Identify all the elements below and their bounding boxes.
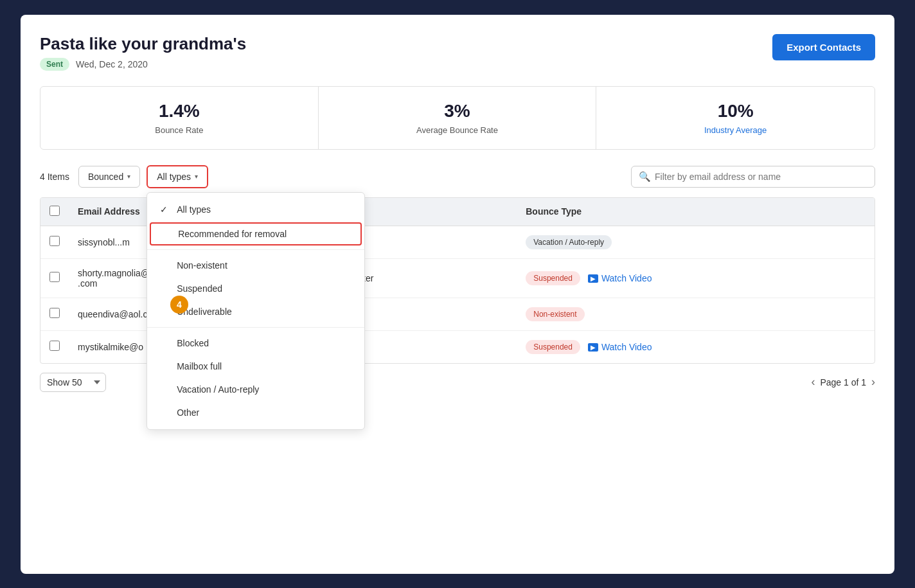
dropdown-item-mailbox-full[interactable]: Mailbox full — [147, 355, 364, 378]
dropdown-item-label: Suspended — [177, 283, 222, 294]
bounce-type-cell: Vacation / Auto-reply — [517, 226, 875, 258]
sent-date: Wed, Dec 2, 2020 — [76, 59, 148, 69]
dropdown-item-other[interactable]: Other — [147, 401, 364, 424]
tour-step-badge: 4 — [170, 296, 188, 314]
play-icon: ▶ — [588, 343, 598, 352]
pagination: ‹ Page 1 of 1 › — [811, 375, 875, 389]
industry-avg-label: Industry Average — [607, 125, 864, 135]
watch-video-label: Watch Video — [601, 342, 652, 352]
row-checkbox-cell — [40, 226, 69, 258]
watch-video-link[interactable]: ▶ Watch Video — [588, 342, 652, 352]
prev-page-button[interactable]: ‹ — [811, 375, 815, 389]
sent-badge: Sent — [40, 58, 69, 71]
dropdown-item-label: Mailbox full — [177, 361, 222, 371]
row-checkbox[interactable] — [49, 308, 60, 318]
select-all-checkbox[interactable] — [49, 206, 60, 216]
bounce-rate-value: 1.4% — [51, 101, 308, 121]
dropdown-item-label: All types — [177, 204, 211, 215]
bounce-type-badge: Suspended — [526, 271, 580, 285]
page-info: Page 1 of 1 — [820, 377, 866, 388]
items-count: 4 Items — [40, 172, 69, 182]
dropdown-divider-2 — [147, 327, 364, 328]
search-icon: 🔍 — [639, 171, 651, 183]
export-contacts-button[interactable]: Export Contacts — [772, 34, 875, 60]
bounce-type-cell: Suspended ▶ Watch Video — [517, 258, 875, 298]
bounce-type-badge: Vacation / Auto-reply — [526, 235, 612, 249]
bounce-type-badge: Non-existent — [526, 307, 584, 321]
row-checkbox[interactable] — [49, 272, 60, 282]
industry-avg-value: 10% — [607, 101, 864, 121]
dropdown-item-label: Other — [177, 407, 199, 418]
avg-bounce-rate-value: 3% — [329, 101, 586, 121]
app-container: Pasta like your grandma's Sent Wed, Dec … — [21, 15, 894, 574]
all-types-label: All types — [157, 172, 191, 182]
select-all-header — [40, 198, 69, 226]
dropdown-item-nonexistent[interactable]: Non-existent — [147, 254, 364, 277]
all-types-dropdown: All types ▾ ✓ All types Recommended for … — [147, 165, 208, 188]
row-checkbox[interactable] — [49, 236, 60, 246]
page-title: Pasta like your grandma's — [40, 34, 246, 54]
show-select-wrapper: Show 50 Show 100 — [40, 373, 106, 392]
all-types-filter-button[interactable]: All types ▾ — [147, 165, 208, 188]
bounce-type-cell: Suspended ▶ Watch Video — [517, 330, 875, 363]
play-icon: ▶ — [588, 274, 598, 283]
bounced-filter-button[interactable]: Bounced ▾ — [78, 166, 140, 188]
filter-bar: 4 Items Bounced ▾ All types ▾ ✓ All type… — [40, 165, 875, 188]
dropdown-divider — [147, 249, 364, 250]
avg-bounce-rate-label: Average Bounce Rate — [329, 125, 586, 135]
stats-row: 1.4% Bounce Rate 3% Average Bounce Rate … — [40, 86, 875, 150]
search-wrapper: 🔍 — [631, 166, 875, 188]
search-input[interactable] — [631, 166, 875, 188]
checkmark-icon: ✓ — [160, 204, 170, 215]
stat-avg-bounce-rate: 3% Average Bounce Rate — [319, 87, 597, 149]
bounce-rate-label: Bounce Rate — [51, 125, 308, 135]
next-page-button[interactable]: › — [871, 375, 875, 389]
dropdown-item-blocked[interactable]: Blocked — [147, 332, 364, 355]
watch-video-label: Watch Video — [601, 273, 652, 283]
stat-bounce-rate: 1.4% Bounce Rate — [40, 87, 319, 149]
row-checkbox-cell — [40, 258, 69, 298]
header: Pasta like your grandma's Sent Wed, Dec … — [40, 34, 875, 71]
bounced-label: Bounced — [88, 172, 123, 182]
dropdown-item-vacation[interactable]: Vacation / Auto-reply — [147, 378, 364, 401]
dropdown-item-recommended[interactable]: Recommended for removal — [150, 222, 362, 245]
dropdown-item-label: Vacation / Auto-reply — [177, 384, 259, 395]
header-left: Pasta like your grandma's Sent Wed, Dec … — [40, 34, 246, 71]
bounce-type-cell: Non-existent — [517, 298, 875, 330]
show-rows-select[interactable]: Show 50 Show 100 — [40, 373, 106, 392]
header-meta: Sent Wed, Dec 2, 2020 — [40, 58, 246, 71]
bounced-dropdown: Bounced ▾ — [78, 166, 140, 188]
row-checkbox-cell — [40, 330, 69, 363]
bounce-type-badge: Suspended — [526, 340, 580, 354]
row-checkbox[interactable] — [49, 341, 60, 351]
dropdown-item-label: Non-existent — [177, 260, 227, 271]
dropdown-item-label: Recommended for removal — [178, 229, 287, 239]
watch-video-link[interactable]: ▶ Watch Video — [588, 273, 652, 283]
bounced-chevron-icon: ▾ — [127, 173, 130, 180]
dropdown-item-label: Blocked — [177, 338, 209, 348]
bounce-type-col-header: Bounce Type — [517, 198, 875, 226]
all-types-chevron-icon: ▾ — [195, 173, 198, 180]
row-checkbox-cell — [40, 298, 69, 330]
stat-industry-avg: 10% Industry Average — [596, 87, 875, 149]
dropdown-item-all-types[interactable]: ✓ All types — [147, 198, 364, 221]
